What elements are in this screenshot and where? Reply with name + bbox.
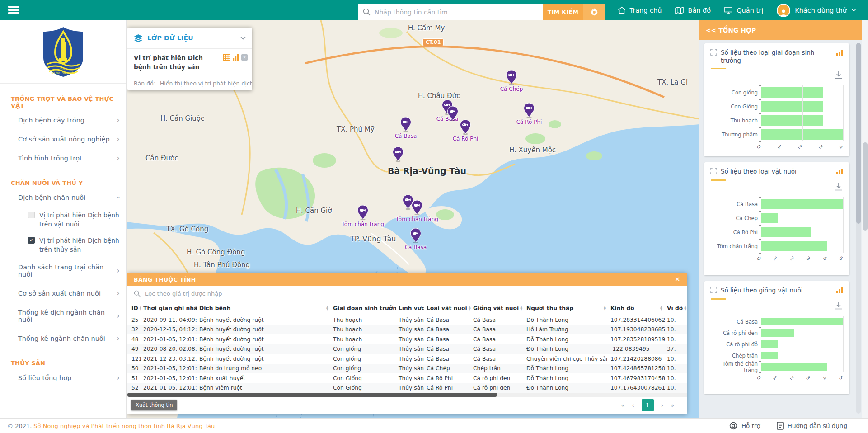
column-header[interactable]: Thời gian ghi nhận▲▼ [141, 301, 197, 315]
svg-text:TỈNH: TỈNH [59, 67, 66, 71]
sidebar-item[interactable]: Dịch bệnh cây trồng› [0, 111, 126, 130]
sort-icon[interactable]: ▲▼ [602, 306, 606, 311]
column-header[interactable]: Vĩ độ▲▼ [665, 301, 687, 315]
help-link[interactable]: Hỗ trợ [729, 422, 760, 430]
sort-icon[interactable]: ▲▼ [467, 306, 471, 311]
download-icon[interactable] [834, 73, 843, 81]
sidebar-item[interactable]: Dịch bệnh chăn nuôi› [0, 188, 126, 207]
checkbox-checked-icon[interactable] [28, 237, 35, 244]
download-icon[interactable] [834, 303, 843, 312]
map-canvas[interactable]: H. Cẩm MỹTX. La GiH. Châu ĐứcH. Cần Giuộ… [127, 20, 699, 418]
sort-icon[interactable]: ▲▼ [325, 306, 328, 311]
nav-admin[interactable]: Quản trị [724, 7, 763, 14]
table-row[interactable]: 492020-08-20, 02:08:17Bệnh huyết đường r… [127, 344, 687, 354]
table-row[interactable]: 522021-01-05, 12:01:53Bệnh viêm ruộtCon … [127, 383, 687, 393]
window-scrollbar-thumb[interactable] [863, 142, 868, 231]
bar[interactable] [761, 227, 811, 237]
bar[interactable] [761, 318, 843, 325]
map-marker-pin-icon[interactable] [411, 200, 423, 215]
page-current[interactable]: 1 [642, 399, 654, 411]
scrollbar-thumb[interactable] [127, 393, 497, 397]
sidebar-item[interactable]: Cơ sở sản xuất nông nghiệp› [0, 130, 126, 149]
page-first-button[interactable]: « [621, 402, 625, 409]
bar[interactable] [761, 340, 778, 348]
table-icon[interactable] [223, 54, 230, 61]
table-row[interactable]: 252020-09-11, 04:09:25Bệnh huyết đường r… [127, 315, 687, 325]
map-marker-pin-icon[interactable] [506, 70, 517, 85]
map-marker-pin-icon[interactable] [447, 106, 459, 121]
summary-scrollbar-thumb[interactable] [856, 43, 861, 224]
axis-tick [759, 339, 761, 339]
column-header[interactable]: Người thu thập▲▼ [524, 301, 608, 315]
page-prev-button[interactable]: ‹ [632, 402, 634, 409]
map-marker-pin-icon[interactable] [357, 205, 369, 220]
expand-icon[interactable] [710, 49, 717, 57]
guide-link[interactable]: Hướng dẫn sử dụng [777, 422, 847, 430]
horizontal-scrollbar[interactable] [127, 393, 687, 397]
map-marker-pin-icon[interactable] [460, 119, 471, 135]
table-cell: Cá Basa [424, 344, 471, 354]
search-input[interactable] [375, 9, 538, 16]
table-row[interactable]: 322020-12-15, 04:12:17Bệnh huyết đường r… [127, 325, 687, 335]
map-marker-pin-icon[interactable] [523, 103, 535, 118]
map-marker-pin-icon[interactable] [400, 117, 412, 132]
sort-icon[interactable]: ▲▼ [138, 306, 141, 311]
nav-map[interactable]: Bản đồ [675, 7, 711, 14]
nav-home[interactable]: Trang chủ [618, 6, 662, 14]
download-icon[interactable] [834, 184, 843, 193]
expand-icon[interactable] [710, 168, 717, 176]
sort-icon[interactable]: ▲▼ [683, 306, 686, 311]
layer-checkbox-item[interactable]: Vị trí phát hiện Dịch bệnh trên vật nuôi [0, 207, 126, 232]
table-filter [127, 286, 687, 301]
remove-layer-icon[interactable]: ✕ [241, 54, 248, 61]
bar[interactable] [761, 213, 778, 223]
page-last-button[interactable]: » [671, 402, 674, 409]
sidebar-item[interactable]: Thống kê ngành chăn nuôi› [0, 329, 126, 348]
window-scrollbar[interactable] [862, 20, 868, 418]
column-header[interactable]: Giống vật nuôi▲▼ [471, 301, 524, 315]
user-menu[interactable]: Khách dùng thử [777, 4, 856, 17]
table-row[interactable]: 482021-01-05, 12:01:19Bệnh huyết đường r… [127, 334, 687, 344]
search-settings-button[interactable] [583, 4, 605, 20]
column-header[interactable]: Lĩnh vực▲▼ [396, 301, 424, 315]
table-row[interactable]: 512021-01-05, 12:01:14Bệnh xuất huyếtCon… [127, 373, 687, 383]
bar[interactable] [761, 87, 823, 98]
bar[interactable] [761, 352, 778, 359]
sort-icon[interactable]: ▲▼ [659, 306, 662, 311]
bar[interactable] [761, 199, 843, 209]
checkbox-icon[interactable] [28, 212, 35, 218]
sidebar-item[interactable]: Tình hình trồng trọt› [0, 149, 126, 168]
expand-icon[interactable] [710, 287, 717, 295]
summary-scrollbar[interactable] [856, 43, 861, 414]
filter-input[interactable] [145, 290, 680, 297]
column-header[interactable]: Loại vật nuôi▲▼ [424, 301, 471, 315]
column-header[interactable]: Giai đoạn sinh trưởng▲▼ [331, 301, 396, 315]
column-header[interactable]: Kinh độ▲▼ [608, 301, 665, 315]
table-row[interactable]: 1212021-12-23, 03:12:57Bệnh huyết đường … [127, 354, 687, 364]
org-link[interactable]: Sở Nông nghiệp và Phát triển nông thôn t… [33, 423, 215, 429]
chevron-down-icon[interactable] [240, 36, 246, 40]
x-tick-label: 0 [755, 255, 762, 262]
bar[interactable] [761, 115, 823, 126]
sidebar-item[interactable]: Thống kê dịch ngành chăn nuôi› [0, 303, 126, 329]
sidebar-item[interactable]: Danh sách trang trại chăn nuôi› [0, 258, 126, 284]
map-marker-pin-icon[interactable] [410, 228, 422, 243]
map-marker-pin-icon[interactable] [392, 146, 404, 162]
sidebar-item[interactable]: Số liệu tổng hợp› [0, 368, 126, 387]
menu-icon[interactable] [8, 6, 19, 14]
layer-panel-header[interactable]: LỚP DỮ LIỆU [127, 28, 252, 48]
summary-panel-header[interactable]: << TỔNG HỢP [699, 20, 862, 40]
column-header[interactable]: Dịch bệnh▲▼ [197, 301, 331, 315]
column-header[interactable]: ID▲▼ [127, 301, 141, 315]
export-button[interactable]: Xuất thông tin [131, 400, 177, 410]
page-next-button[interactable]: › [661, 402, 663, 409]
search-button[interactable]: TÌM KIẾM [543, 4, 583, 20]
layer-checkbox-item[interactable]: Vị trí phát hiện Dịch bệnh trên thủy sản [0, 232, 126, 258]
bar[interactable] [761, 101, 823, 112]
map-place-label: H. Tân Phú Đông [194, 261, 250, 269]
table-row[interactable]: 502021-01-05, 12:01:49Bệnh do trùng mỏ n… [127, 364, 687, 374]
sort-icon[interactable]: ▲▼ [519, 306, 522, 311]
bar-chart-icon[interactable] [233, 54, 239, 61]
close-icon[interactable]: ✕ [675, 275, 680, 283]
sidebar-item[interactable]: Cơ sở sản xuất chăn nuôi› [0, 284, 126, 303]
